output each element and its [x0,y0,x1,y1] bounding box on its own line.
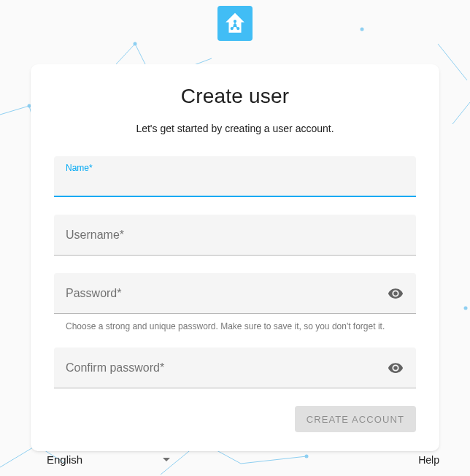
confirm-password-input[interactable] [66,365,378,383]
name-label: Name* [66,163,93,173]
help-link[interactable]: Help [418,454,439,466]
app-logo [217,6,253,41]
svg-point-13 [234,20,236,23]
svg-point-6 [464,307,468,310]
username-input[interactable] [66,232,404,250]
language-select[interactable]: English [47,449,170,470]
name-field-container: Name* [54,156,416,197]
toggle-password-visibility-button[interactable] [382,280,409,307]
svg-point-11 [231,28,233,30]
page-subtitle: Let's get started by creating a user acc… [54,123,416,134]
house-icon [223,11,247,36]
confirm-password-field-container: Confirm password* [54,348,416,388]
password-field-container: Password* [54,273,416,314]
onboarding-card: Create user Let's get started by creatin… [31,64,439,451]
page-title: Create user [54,85,416,108]
password-helper-text: Choose a strong and unique password. Mak… [66,321,416,331]
svg-point-0 [134,42,137,46]
chevron-down-icon [163,458,170,461]
language-label: English [47,453,82,466]
username-field-container: Username* [54,215,416,256]
name-input[interactable] [66,174,404,191]
create-account-button[interactable]: CREATE ACCOUNT [295,406,416,432]
password-input[interactable] [66,291,378,309]
toggle-confirm-password-visibility-button[interactable] [382,355,409,381]
eye-icon [388,360,404,376]
footer: English Help [0,449,470,470]
eye-icon [388,285,404,302]
svg-point-12 [237,28,239,30]
